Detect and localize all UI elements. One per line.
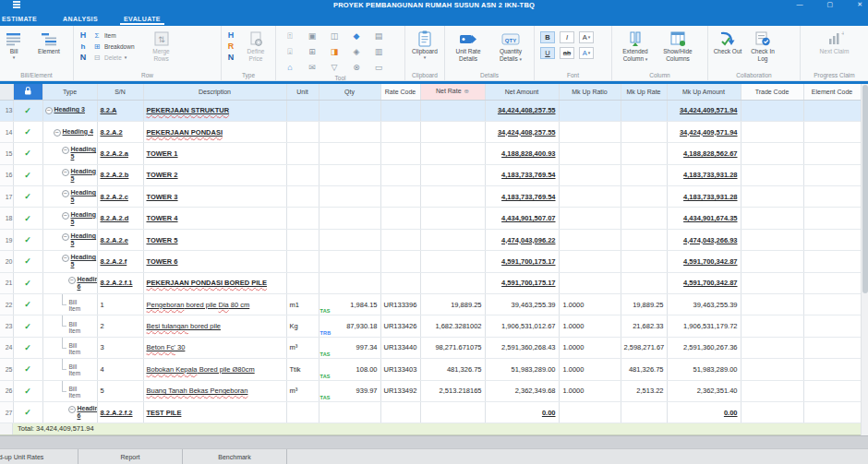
- description-cell[interactable]: Pengeboran bored pile Dia 80 cm: [143, 294, 286, 315]
- qty-cell[interactable]: [319, 208, 380, 229]
- mkup-rate-cell[interactable]: [621, 186, 667, 208]
- type-cell[interactable]: Bill Item: [42, 315, 97, 337]
- mkup-ratio-cell[interactable]: 1.0000: [559, 315, 621, 337]
- trade-code-cell[interactable]: [741, 337, 803, 358]
- column-header-net_amount[interactable]: Net Amount: [485, 84, 559, 100]
- tool-icon[interactable]: ▥: [372, 45, 385, 58]
- row-check[interactable]: ✓: [13, 380, 42, 401]
- column-header-mkup_ratio[interactable]: Mk Up Ratio: [559, 84, 621, 100]
- row-number[interactable]: 18: [0, 208, 13, 229]
- tab-report[interactable]: Report: [78, 449, 183, 464]
- mkup-ratio-cell[interactable]: [559, 164, 621, 185]
- type-cell[interactable]: Heading 5: [42, 186, 97, 208]
- trade-code-cell[interactable]: [741, 229, 803, 250]
- rate-code-cell[interactable]: [380, 143, 420, 164]
- tool-icon[interactable]: ⍐: [283, 30, 296, 42]
- element-code-cell[interactable]: [803, 208, 861, 229]
- tool-icon[interactable]: ▭: [372, 61, 385, 74]
- element-code-cell[interactable]: [803, 294, 861, 315]
- tab-analysis[interactable]: ANALYSIS: [50, 11, 111, 26]
- element-code-cell[interactable]: [803, 100, 861, 121]
- unit-cell[interactable]: m1: [286, 294, 319, 315]
- tool-icon[interactable]: ▽: [328, 61, 341, 74]
- row-number[interactable]: 24: [0, 337, 13, 358]
- sn-cell[interactable]: 8.2.A.2.f.1: [97, 272, 143, 293]
- sn-cell[interactable]: 2: [97, 315, 143, 337]
- tab-evaluate[interactable]: EVALUATE: [111, 11, 174, 26]
- table-row[interactable]: 23✓Bill Item2Besi tulangan bored pileKg8…: [0, 315, 861, 337]
- table-row[interactable]: 21✓Heading 68.2.A.2.f.1PEKERJAAN PONDASI…: [0, 272, 861, 293]
- mkup-amount-cell[interactable]: 4,188,828,562.67: [667, 143, 741, 164]
- column-header-trade_code[interactable]: Trade Code: [741, 84, 803, 100]
- net-rate-options-icon[interactable]: ⊕: [464, 88, 469, 95]
- next-claim-button[interactable]: + Next Claim: [815, 29, 854, 55]
- mkup-rate-cell[interactable]: 21,682.33: [621, 315, 667, 337]
- rate-code-cell[interactable]: [380, 251, 420, 272]
- trade-code-cell[interactable]: [741, 121, 803, 142]
- type-cell[interactable]: Heading 6: [42, 401, 97, 422]
- type-cell[interactable]: Heading 6: [42, 272, 97, 293]
- rate-code-cell[interactable]: [380, 272, 420, 293]
- description-cell[interactable]: TOWER 1: [143, 143, 286, 164]
- mkup-rate-cell[interactable]: 2,513.22: [621, 380, 667, 401]
- mkup-rate-cell[interactable]: [621, 401, 667, 422]
- tool-icon[interactable]: ⌂: [283, 61, 296, 74]
- column-header-net_rate[interactable]: Net Rate⊕: [420, 84, 485, 100]
- net-amount-cell[interactable]: 2,591,360,268.43: [485, 337, 559, 358]
- mkup-ratio-cell[interactable]: 1.0000: [559, 294, 621, 315]
- check-in-log-button[interactable]: Check In Log: [747, 29, 778, 62]
- mkup-ratio-cell[interactable]: [559, 143, 621, 164]
- rate-code-cell[interactable]: UR133440: [380, 337, 420, 358]
- net-rate-cell[interactable]: 1,682.3281002: [420, 315, 485, 337]
- table-row[interactable]: 20✓Heading 58.2.A.2.fTOWER 64,591,700,17…: [0, 251, 861, 272]
- mkup-amount-cell[interactable]: 2,591,360,267.36: [667, 337, 741, 358]
- table-row[interactable]: 19✓Heading 58.2.A.2.eTOWER 54,474,043,09…: [0, 229, 861, 250]
- row-number[interactable]: 15: [0, 143, 13, 164]
- net-amount-cell[interactable]: 4,183,733,769.54: [485, 164, 559, 185]
- rate-code-cell[interactable]: [380, 186, 420, 208]
- unit-cell[interactable]: [286, 401, 319, 422]
- quantity-details-button[interactable]: QTY Quantity Details ▾: [491, 29, 530, 62]
- mkup-ratio-cell[interactable]: [559, 229, 621, 250]
- sn-cell[interactable]: 1: [97, 294, 143, 315]
- description-cell[interactable]: PEKERJAAN PONDASI: [143, 121, 286, 142]
- sn-cell[interactable]: 8.2.A.2.e: [97, 229, 143, 250]
- row-check[interactable]: ✓: [13, 164, 42, 185]
- expand-icon[interactable]: [68, 277, 76, 284]
- trade-code-cell[interactable]: [741, 143, 803, 164]
- net-rate-cell[interactable]: [420, 143, 485, 164]
- sn-cell[interactable]: 8.2.A.2.a: [97, 143, 143, 164]
- mkup-ratio-cell[interactable]: 1.0000: [559, 337, 621, 358]
- qty-cell[interactable]: [319, 100, 380, 121]
- element-code-cell[interactable]: [803, 380, 861, 401]
- type-cell[interactable]: Bill Item: [42, 294, 97, 315]
- net-rate-cell[interactable]: 98,271.671075: [420, 337, 485, 358]
- note-n-icon[interactable]: N: [78, 53, 89, 63]
- mkup-ratio-cell[interactable]: [559, 208, 621, 229]
- net-amount-cell[interactable]: 0.00: [485, 401, 559, 422]
- row-check[interactable]: ✓: [13, 229, 42, 250]
- trade-code-cell[interactable]: [741, 186, 803, 208]
- expand-icon[interactable]: [62, 190, 69, 197]
- row-check[interactable]: ✓: [13, 359, 42, 380]
- qty-cell[interactable]: [319, 272, 380, 293]
- description-cell[interactable]: TOWER 4: [143, 208, 286, 229]
- type-n-icon[interactable]: N: [225, 53, 236, 63]
- row-number[interactable]: 23: [0, 315, 13, 337]
- mkup-ratio-cell[interactable]: [559, 251, 621, 272]
- mkup-ratio-cell[interactable]: [559, 401, 621, 422]
- table-row[interactable]: 16✓Heading 58.2.A.2.bTOWER 24,183,733,76…: [0, 164, 861, 185]
- close-button[interactable]: ✕: [857, 0, 862, 9]
- qty-cell[interactable]: [319, 186, 380, 208]
- show-hide-columns-button[interactable]: Show/Hide Columns: [658, 29, 697, 62]
- description-cell[interactable]: TEST PILE: [143, 401, 286, 422]
- description-cell[interactable]: Buang Tanah Bekas Pengeboran: [143, 380, 286, 401]
- mkup-amount-cell[interactable]: 4,591,700,342.87: [667, 251, 741, 272]
- trade-code-cell[interactable]: [741, 380, 803, 401]
- trade-code-cell[interactable]: [741, 272, 803, 293]
- mkup-rate-cell[interactable]: 2,598,271.67: [621, 337, 667, 358]
- heading-h-icon[interactable]: H: [78, 30, 89, 41]
- row-check[interactable]: ✓: [13, 251, 42, 272]
- mkup-ratio-cell[interactable]: [559, 121, 621, 142]
- sn-cell[interactable]: 3: [97, 337, 143, 358]
